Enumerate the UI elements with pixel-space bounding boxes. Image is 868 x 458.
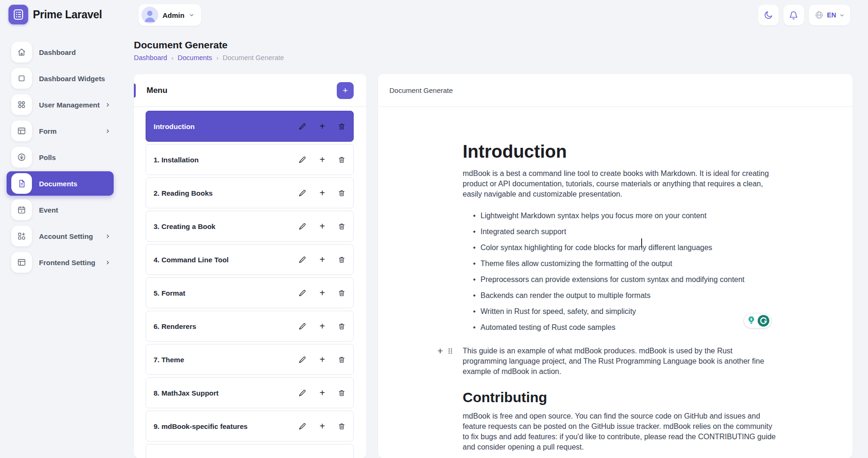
menu-item-label: 7. Theme [154,356,184,364]
breadcrumb: Dashboard › Documents › Document Generat… [134,54,868,61]
sidebar-item-label: User Management [39,101,100,109]
block-controls: + [437,346,453,356]
menu-item[interactable]: 6. Renderers + [146,311,354,342]
brush-edit-icon[interactable] [298,155,307,164]
trash-icon[interactable] [338,222,346,230]
menu-panel-header: Menu + [134,74,366,107]
user-menu-button[interactable]: Admin [139,4,201,26]
sidebar-item-user-management[interactable]: User Management [7,94,114,115]
menu-item[interactable]: Introduction + [146,111,354,142]
brush-edit-icon[interactable] [298,222,307,231]
trash-icon[interactable] [338,422,346,430]
add-menu-button[interactable]: + [337,82,354,99]
notifications-button[interactable] [783,5,804,25]
sidebar: Prime Laravel Dashboard Dashboard Widget… [0,0,123,458]
sidebar-item-documents[interactable]: Documents [7,171,114,196]
doc-block: + This guide is an example of what m [463,346,778,377]
calendar-icon [11,199,32,220]
add-child-icon[interactable]: + [319,388,325,397]
user-name: Admin [163,11,185,19]
topbar-actions: EN [758,5,850,25]
trash-icon[interactable] [338,356,346,364]
sidebar-item-label: Polls [39,153,56,161]
sidebar-item-frontend-setting[interactable]: Frontend Setting [7,252,114,273]
brush-edit-icon[interactable] [298,189,307,198]
add-child-icon[interactable]: + [319,155,325,164]
add-block-icon[interactable]: + [437,346,443,356]
brush-edit-icon[interactable] [298,122,307,131]
brush-edit-icon[interactable] [298,422,307,431]
menu-item[interactable]: 3. Creating a Book + [146,211,354,242]
menu-list: Introduction + 1. Installation + [134,107,366,458]
trash-icon[interactable] [338,322,346,330]
add-child-icon[interactable]: + [319,221,325,231]
menu-panel: Menu + Introduction + 1. Installation [134,74,366,458]
brush-edit-icon[interactable] [298,255,307,264]
add-child-icon[interactable]: + [319,255,325,264]
layout-table-icon [11,252,32,273]
sidebar-item-account-setting[interactable]: Account Setting [7,226,114,246]
menu-item-label: 2. Reading Books [154,189,213,197]
sidebar-item-dashboard-widgets[interactable]: Dashboard Widgets [7,68,114,89]
brush-edit-icon[interactable] [298,389,307,397]
menu-item-actions: + [298,388,346,397]
breadcrumb-link-dashboard[interactable]: Dashboard [134,54,167,61]
language-selector[interactable]: EN [809,5,850,25]
add-child-icon[interactable]: + [319,321,325,331]
sidebar-item-polls[interactable]: Polls [7,147,114,168]
form-table-icon [11,121,32,141]
user-avatar-icon [141,7,158,23]
add-child-icon[interactable]: + [319,355,325,364]
trash-icon[interactable] [338,156,346,164]
grammar-check-icon[interactable] [757,314,770,327]
trash-icon[interactable] [338,189,346,197]
brush-edit-icon[interactable] [298,289,307,298]
menu-item[interactable]: 2. Reading Books + [146,177,354,208]
menu-item[interactable]: 8. MathJax Support + [146,377,354,408]
feature-item: Lightweight Markdown syntax helps you fo… [463,211,778,221]
widget-icon [11,68,32,89]
breadcrumb-link-documents[interactable]: Documents [178,54,212,61]
sidebar-item-form[interactable]: Form [7,121,114,141]
trash-icon[interactable] [338,389,346,397]
sidebar-item-label: Account Setting [39,232,93,240]
sidebar-item-label: Dashboard Widgets [39,75,105,83]
add-child-icon[interactable]: + [319,421,325,431]
trash-icon[interactable] [338,256,346,264]
document-panel-header: Document Generate [378,74,852,107]
lightbulb-suggestion-icon[interactable] [745,315,757,327]
add-child-icon[interactable]: + [319,122,325,131]
chevron-right-icon [105,233,111,239]
brush-edit-icon[interactable] [298,355,307,364]
accent-bar [134,84,136,98]
content-row: Menu + Introduction + 1. Installation [123,61,868,458]
feature-list: Lightweight Markdown syntax helps you fo… [463,211,778,333]
writing-assistant-widget[interactable] [744,313,772,328]
menu-item-partial[interactable] [146,444,354,458]
home-icon [11,42,32,62]
trash-icon[interactable] [338,122,346,130]
brand[interactable]: Prime Laravel [0,5,123,24]
brush-edit-icon[interactable] [298,322,307,331]
doc-heading-contributing: Contributing [463,389,778,405]
document-editor[interactable]: Introduction mdBook is a best a command … [378,107,852,458]
menu-item[interactable]: 1. Installation + [146,144,354,175]
sidebar-item-event[interactable]: Event [7,199,114,220]
feature-item: Theme files allow customizing the format… [463,259,778,269]
menu-item[interactable]: 7. Theme + [146,344,354,375]
breadcrumb-separator: › [171,54,173,61]
menu-item[interactable]: 9. mdBook-specific features + [146,411,354,442]
dark-mode-button[interactable] [758,5,779,25]
menu-item[interactable]: 5. Format + [146,277,354,308]
menu-item[interactable]: 4. Command Line Tool + [146,244,354,275]
chevron-right-icon [105,128,111,134]
sidebar-item-dashboard[interactable]: Dashboard [7,42,114,62]
trash-icon[interactable] [338,289,346,297]
brand-name: Prime Laravel [33,8,102,21]
topbar: Admin [123,0,868,29]
add-child-icon[interactable]: + [319,188,325,198]
drag-handle-icon[interactable] [447,347,453,355]
language-label: EN [827,11,836,19]
list-logo-icon [8,5,28,24]
add-child-icon[interactable]: + [319,288,325,298]
